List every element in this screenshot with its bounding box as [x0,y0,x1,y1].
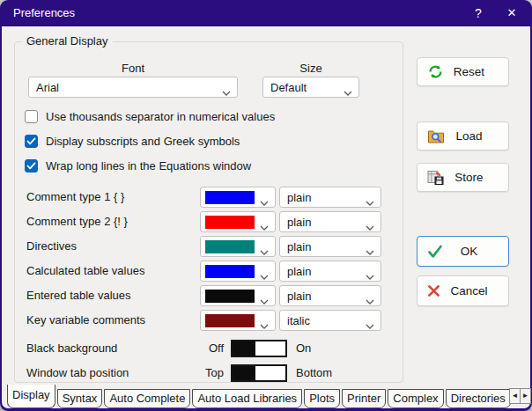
black-background-row: Black background Off On [2,339,391,358]
comment2-row: Comment type 2 {! } plain [2,211,391,232]
dialog-body: General Display Font Arial Size Default … [2,26,530,408]
checkbox-label: Display subscripts and Greek symbols [46,135,240,148]
directives-color-select[interactable] [200,236,276,257]
size-select[interactable]: Default [262,77,359,98]
tab-auto-complete[interactable]: Auto Complete [104,389,190,408]
comment2-style-select[interactable]: plain [279,211,381,232]
folder-search-icon [427,128,445,144]
window-title: Preferences [13,0,75,26]
tab-syntax[interactable]: Syntax [57,389,103,408]
color-swatch [205,290,255,303]
key-variable-row: Key variable comments italic [2,310,391,331]
chevron-down-icon [344,85,352,99]
font-label: Font [28,62,238,75]
size-select-value: Default [270,81,307,94]
tab-scroll-right-icon[interactable]: ► [521,389,530,403]
style-value: plain [287,191,311,204]
comment1-style-select[interactable]: plain [279,187,381,208]
calculated-style-select[interactable]: plain [279,261,381,282]
chevron-down-icon [260,269,269,283]
title-bar[interactable]: Preferences ? ✕ [0,0,532,26]
chevron-down-icon [366,319,374,332]
chevron-down-icon [366,195,374,209]
color-swatch [205,314,255,327]
row-label: Calculated table values [26,264,144,277]
chevron-down-icon [366,245,374,258]
chevron-down-icon [222,85,231,99]
toggle-right-label: Bottom [296,366,332,379]
refresh-icon [427,63,444,80]
wrap-lines-checkbox[interactable]: Wrap long lines in the Equations window [25,158,251,173]
comment1-row: Comment type 1 { } plain [2,187,391,208]
tab-printer[interactable]: Printer [342,389,386,408]
help-button[interactable]: ? [465,0,491,26]
style-value: italic [287,314,310,327]
directives-style-select[interactable]: plain [279,236,381,257]
tab-directories[interactable]: Directories [446,389,511,408]
chevron-down-icon [366,294,374,307]
reset-button[interactable]: Reset [417,57,509,86]
close-button[interactable]: ✕ [499,0,525,26]
toggle-right-label: On [296,341,311,355]
checkbox-icon [25,159,38,172]
calculated-color-select[interactable] [200,261,276,282]
window-tab-position-toggle[interactable] [231,364,287,382]
store-button[interactable]: Store [417,163,509,192]
chevron-down-icon [260,294,269,307]
group-title: General Display [22,34,113,48]
row-label: Window tab position [26,366,129,379]
chevron-down-icon [260,245,269,258]
preferences-dialog: Preferences ? ✕ General Display Font Ari… [0,0,532,411]
checkbox-icon [25,135,38,148]
tab-scroll-arrows: ◄ ► [509,388,531,404]
chevron-down-icon [260,220,269,233]
row-label: Black background [26,341,117,355]
thousands-separator-checkbox[interactable]: Use thousands separator in numerical val… [25,108,275,124]
chevron-down-icon [366,220,374,233]
row-label: Comment type 2 {! } [26,215,128,228]
style-value: plain [287,290,311,303]
chevron-down-icon [366,269,374,283]
comment2-color-select[interactable] [200,211,276,232]
subscripts-greek-checkbox[interactable]: Display subscripts and Greek symbols [25,133,240,149]
checkbox-icon [25,110,38,123]
style-value: plain [287,216,311,229]
keyvar-style-select[interactable]: italic [279,310,381,331]
x-icon [427,284,440,297]
color-swatch [205,216,255,229]
toggle-knob [233,341,255,356]
tab-complex[interactable]: Complex [388,389,443,408]
tab-display[interactable]: Display [7,385,55,408]
toggle-left-label: Off [174,341,224,355]
keyvar-color-select[interactable] [200,310,276,331]
chevron-down-icon [260,319,269,332]
row-label: Entered table values [26,289,131,302]
chevron-down-icon [260,195,269,209]
tab-plots[interactable]: Plots [304,389,340,408]
color-swatch [205,265,255,278]
row-label: Key variable comments [26,313,145,327]
ok-button[interactable]: OK [417,236,509,267]
directives-row: Directives plain [2,236,391,257]
cancel-button[interactable]: Cancel [417,275,509,306]
calculated-values-row: Calculated table values plain [2,261,391,282]
tab-scroll-left-icon[interactable]: ◄ [510,389,520,403]
bottom-tab-bar: Display Syntax Auto Complete Auto Load L… [7,384,511,408]
color-swatch [205,240,255,253]
row-label: Comment type 1 { } [26,190,124,203]
load-button[interactable]: Load [417,121,509,150]
style-value: plain [287,240,311,253]
save-disk-icon [427,170,445,186]
black-background-toggle[interactable] [231,340,287,357]
entered-style-select[interactable]: plain [279,285,381,306]
font-select[interactable]: Arial [28,77,238,98]
font-select-value: Arial [36,81,59,94]
entered-values-row: Entered table values plain [2,285,391,306]
toggle-knob [233,366,255,380]
color-swatch [205,191,255,204]
tab-auto-load-libraries[interactable]: Auto Load Libraries [192,389,302,408]
style-value: plain [287,265,311,278]
comment1-color-select[interactable] [200,187,276,208]
entered-color-select[interactable] [200,285,276,306]
window-tab-position-row: Window tab position Top Bottom [2,363,391,383]
